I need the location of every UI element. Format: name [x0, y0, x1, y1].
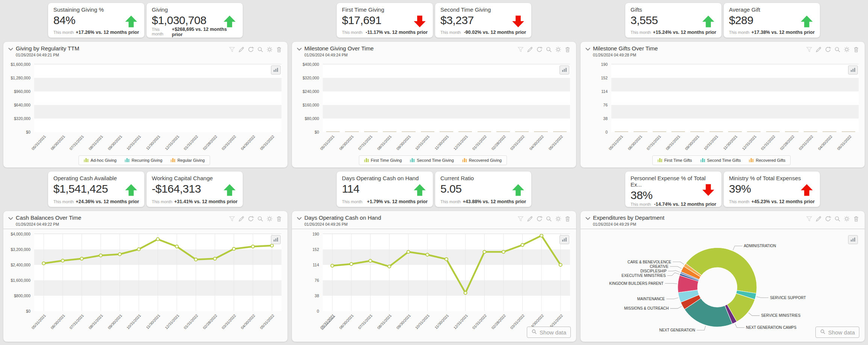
legend-item[interactable]: Recovered Giving [462, 158, 502, 163]
search-button[interactable] [257, 46, 263, 53]
x-axis-slot: 04/30/2022 [243, 132, 263, 154]
kpi-second-time-giving[interactable]: Second Time Giving$3,237This month-90.02… [435, 3, 531, 38]
data-point-marker[interactable] [232, 248, 235, 251]
settings-button[interactable] [555, 46, 561, 53]
kpi-current-ratio[interactable]: Current Ratio5.05This month+43.88% vs. 1… [435, 172, 531, 207]
settings-button[interactable] [266, 46, 273, 53]
legend-item[interactable]: Recovered Gifts [749, 158, 785, 163]
edit-button[interactable] [238, 46, 245, 53]
kpi-sustaining-giving-pct[interactable]: Sustaining Giving %84%This month+17.26% … [48, 3, 144, 38]
kpi-average-gift[interactable]: Average Gift$289This month+17.38% vs. 12… [724, 3, 820, 38]
filter-button[interactable] [517, 46, 524, 53]
kpi-period-label: This month [152, 199, 172, 204]
refresh-button[interactable] [536, 46, 543, 53]
chart-annotation-button[interactable] [560, 65, 569, 74]
delete-button[interactable] [276, 46, 282, 53]
refresh-button[interactable] [825, 216, 831, 222]
search-button[interactable] [834, 46, 841, 53]
data-point-marker[interactable] [61, 259, 64, 262]
settings-button[interactable] [555, 216, 561, 222]
kpi-operating-cash-available[interactable]: Operating Cash Available$1,541,425This m… [48, 172, 144, 207]
legend-item[interactable]: Second Time Giving [410, 158, 454, 163]
filter-button[interactable] [229, 216, 235, 222]
legend-item[interactable]: Regular Giving [171, 158, 205, 163]
search-button[interactable] [546, 46, 552, 53]
kpi-personnel-expense-pct[interactable]: Personnel Expense % of Total Ex...38%Thi… [625, 172, 721, 207]
delete-button[interactable] [276, 216, 282, 222]
show-data-button[interactable]: Show data [815, 327, 859, 338]
filter-button[interactable] [517, 216, 524, 222]
collapse-panel-button[interactable] [8, 47, 14, 52]
data-point-marker[interactable] [175, 245, 178, 248]
collapse-panel-button[interactable] [296, 216, 302, 221]
refresh-button[interactable] [536, 216, 543, 222]
show-data-button[interactable]: Show data [527, 327, 571, 338]
data-point-marker[interactable] [502, 251, 505, 254]
kpi-first-time-giving[interactable]: First Time Giving$17,691This month-11.17… [337, 3, 433, 38]
legend-item[interactable]: Ad-hoc Giving [84, 158, 116, 163]
kpi-gifts[interactable]: Gifts3,555This month+15.24% vs. 12 month… [625, 3, 721, 38]
refresh-button[interactable] [248, 46, 254, 53]
data-point-marker[interactable] [483, 251, 486, 254]
legend-item[interactable]: First Time Gifts [658, 158, 692, 163]
data-point-marker[interactable] [80, 257, 83, 260]
kpi-giving[interactable]: Giving$1,030,708This month+$268,695 vs. … [147, 3, 243, 38]
data-point-marker[interactable] [540, 234, 543, 237]
data-point-marker[interactable] [251, 245, 254, 248]
edit-button[interactable] [238, 216, 245, 222]
data-point-marker[interactable] [271, 244, 274, 247]
data-point-marker[interactable] [331, 264, 334, 267]
edit-button[interactable] [527, 46, 533, 53]
chart-annotation-button[interactable] [271, 65, 281, 74]
data-point-marker[interactable] [194, 258, 197, 261]
chart-annotation-button[interactable] [271, 235, 281, 244]
data-point-marker[interactable] [99, 254, 102, 257]
edit-button[interactable] [527, 216, 533, 222]
data-point-marker[interactable] [521, 243, 524, 246]
legend-item[interactable]: Second Time Gifts [700, 158, 741, 163]
kpi-working-capital-change[interactable]: Working Capital Change-$164,313This mont… [147, 172, 243, 207]
delete-button[interactable] [853, 46, 859, 53]
data-point-marker[interactable] [350, 263, 353, 266]
search-button[interactable] [834, 216, 841, 222]
kpi-days-operating-cash[interactable]: Days Operating Cash on Hand114This month… [337, 172, 433, 207]
collapse-panel-button[interactable] [296, 47, 302, 52]
refresh-button[interactable] [825, 46, 831, 53]
filter-button[interactable] [229, 46, 235, 53]
data-point-marker[interactable] [407, 251, 410, 254]
collapse-panel-button[interactable] [585, 216, 591, 221]
chart-annotation-button[interactable] [560, 235, 569, 244]
kpi-ministry-pct-expenses[interactable]: Ministry % of Total Expenses39%This mont… [724, 172, 820, 207]
edit-button[interactable] [815, 216, 822, 222]
data-point-marker[interactable] [213, 257, 216, 260]
collapse-panel-button[interactable] [8, 216, 14, 221]
delete-button[interactable] [564, 216, 571, 222]
filter-button[interactable] [806, 46, 812, 53]
data-point-marker[interactable] [445, 258, 448, 261]
data-point-marker[interactable] [42, 262, 45, 265]
filter-button[interactable] [806, 216, 812, 222]
data-point-marker[interactable] [464, 291, 467, 294]
chart-annotation-button[interactable] [848, 235, 858, 244]
x-axis-tick-label[interactable]: 05/31/2021 [319, 313, 335, 330]
refresh-button[interactable] [248, 216, 254, 222]
settings-button[interactable] [844, 216, 850, 222]
legend-item[interactable]: Recurring Giving [125, 158, 162, 163]
delete-button[interactable] [853, 216, 859, 222]
data-point-marker[interactable] [369, 259, 372, 262]
delete-button[interactable] [564, 46, 571, 53]
data-point-marker[interactable] [118, 253, 121, 256]
search-button[interactable] [257, 216, 263, 222]
collapse-panel-button[interactable] [585, 47, 591, 52]
settings-button[interactable] [266, 216, 273, 222]
settings-button[interactable] [844, 46, 850, 53]
data-point-marker[interactable] [426, 253, 429, 256]
data-point-marker[interactable] [156, 238, 159, 241]
edit-button[interactable] [815, 46, 822, 53]
legend-item[interactable]: First Time Giving [364, 158, 402, 163]
search-button[interactable] [546, 216, 552, 222]
data-point-marker[interactable] [137, 248, 140, 251]
data-point-marker[interactable] [388, 265, 391, 268]
chart-annotation-button[interactable] [848, 65, 858, 74]
data-point-marker[interactable] [559, 263, 562, 266]
